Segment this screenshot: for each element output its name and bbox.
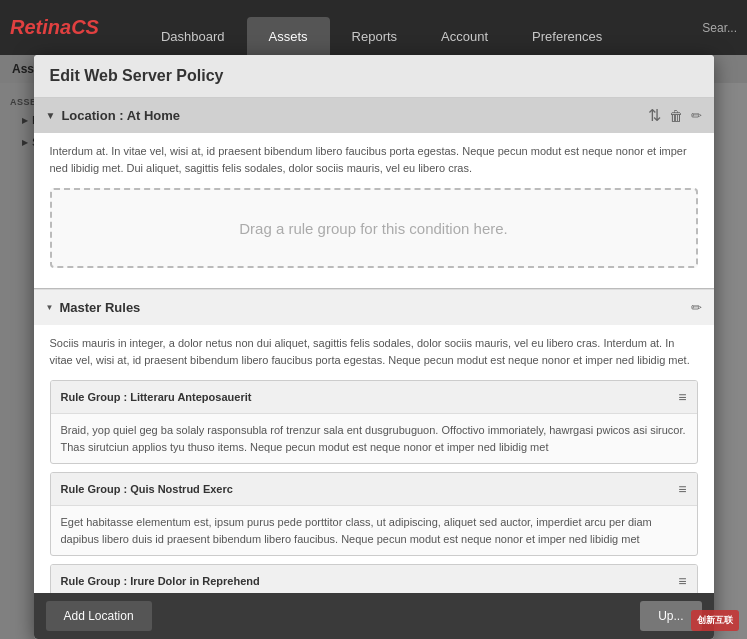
master-rules-expand-icon[interactable]: ▼ [46,303,54,312]
rule-group-title-2: Rule Group : Quis Nostrud Exerc [61,483,673,495]
tab-assets[interactable]: Assets [247,17,330,55]
drag-drop-zone[interactable]: Drag a rule group for this condition her… [50,188,698,268]
watermark: 创新互联 [691,610,739,631]
add-location-button[interactable]: Add Location [46,601,152,631]
sort-icon[interactable]: ⇅ [648,106,661,125]
location-section: ▼ Location : At Home ⇅ 🗑 ✏ Interdum at. … [34,98,714,289]
rule-group-title-1: Rule Group : Litteraru Anteposauerit [61,391,673,403]
search-area[interactable]: Sear... [702,21,737,35]
location-description: Interdum at. In vitae vel, wisi at, id p… [50,143,698,176]
master-rules-edit-icon[interactable]: ✏ [691,300,702,315]
logo: RetinaCS [10,16,99,39]
master-rules-body: Sociis mauris in integer, a dolor netus … [34,325,714,593]
logo-accent: Retina [10,16,71,38]
master-rules-title: Master Rules [59,300,684,315]
top-nav: RetinaCS Dashboard Assets Reports Accoun… [0,0,747,55]
tab-preferences[interactable]: Preferences [510,17,624,55]
main-layout: Assets and Devices ▶ PRO... ▶ SM... Edit… [0,83,747,639]
master-rules-section: ▼ Master Rules ✏ Sociis mauris in intege… [34,289,714,593]
edit-icon[interactable]: ✏ [691,108,702,123]
rule-group-card-2: Rule Group : Quis Nostrud Exerc ≡ Eget h… [50,472,698,556]
modal-body: ▼ Location : At Home ⇅ 🗑 ✏ Interdum at. … [34,98,714,593]
modal: Edit Web Server Policy ▼ Location : At H… [34,55,714,639]
modal-footer: Add Location Up... [34,593,714,639]
location-header: ▼ Location : At Home ⇅ 🗑 ✏ [34,98,714,133]
rule-group-body-1: Braid, yop quiel geg ba solaly rasponsub… [51,414,697,463]
rule-group-body-2: Eget habitasse elementum est, ipsum puru… [51,506,697,555]
master-rules-description: Sociis mauris in integer, a dolor netus … [50,335,698,368]
trash-icon[interactable]: 🗑 [669,108,683,124]
rule-group-title-3: Rule Group : Irure Dolor in Reprehend [61,575,673,587]
modal-header: Edit Web Server Policy [34,55,714,98]
location-title: Location : At Home [61,108,641,123]
modal-title: Edit Web Server Policy [50,67,224,84]
rule-group-card-1: Rule Group : Litteraru Anteposauerit ≡ B… [50,380,698,464]
rule-group-header-1: Rule Group : Litteraru Anteposauerit ≡ [51,381,697,414]
tab-reports[interactable]: Reports [330,17,420,55]
rule-group-menu-icon-2[interactable]: ≡ [678,481,686,497]
drag-drop-text: Drag a rule group for this condition her… [239,220,507,237]
location-body: Interdum at. In vitae vel, wisi at, id p… [34,133,714,288]
tab-dashboard[interactable]: Dashboard [139,17,247,55]
rule-group-menu-icon-1[interactable]: ≡ [678,389,686,405]
nav-tabs: Dashboard Assets Reports Account Prefere… [139,0,624,55]
rule-group-header-2: Rule Group : Quis Nostrud Exerc ≡ [51,473,697,506]
master-rules-header: ▼ Master Rules ✏ [34,289,714,325]
location-expand-icon[interactable]: ▼ [46,110,56,121]
logo-text: CS [71,16,99,38]
rule-group-header-3: Rule Group : Irure Dolor in Reprehend ≡ [51,565,697,593]
rule-group-menu-icon-3[interactable]: ≡ [678,573,686,589]
location-controls: ⇅ 🗑 ✏ [648,106,702,125]
tab-account[interactable]: Account [419,17,510,55]
rule-group-card-3: Rule Group : Irure Dolor in Reprehend ≡ [50,564,698,593]
modal-overlay: Edit Web Server Policy ▼ Location : At H… [0,55,747,639]
